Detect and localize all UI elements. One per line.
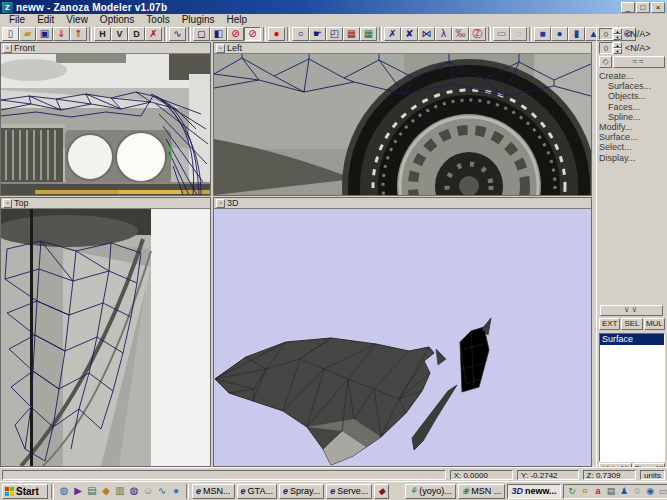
- quick-launch-6[interactable]: ◍: [127, 484, 141, 498]
- taskbar-button-window[interactable]: ◆: [374, 484, 389, 499]
- viewport-front-canvas[interactable]: [1, 54, 210, 195]
- tray-icon-4[interactable]: ▤: [606, 486, 617, 496]
- panel-menu-surface[interactable]: Surface...: [599, 132, 665, 142]
- open-file-icon[interactable]: ▰: [19, 27, 36, 41]
- taskbar-button-yoyo[interactable]: ⚘ (yoyo)...: [405, 484, 456, 499]
- import-icon[interactable]: ⇓: [53, 27, 70, 41]
- panel-menu-surfaces[interactable]: Surfaces...: [599, 81, 665, 91]
- quick-launch-7[interactable]: ☺: [141, 484, 155, 498]
- lasso-icon[interactable]: ∿: [169, 27, 186, 41]
- viewport-menu-button[interactable]: ▫: [3, 199, 12, 208]
- panel-menu-objects[interactable]: Objects...: [599, 91, 665, 101]
- viewport-3d-canvas[interactable]: [214, 209, 591, 466]
- spinner-down-icon[interactable]: ▼: [613, 34, 622, 40]
- taskbar-button-serve[interactable]: e Serve...: [326, 484, 372, 499]
- quick-launch-4[interactable]: ◆: [99, 484, 113, 498]
- primitive-cylinder-icon[interactable]: ▮: [568, 27, 585, 41]
- texture-green-icon[interactable]: ▦: [360, 27, 377, 41]
- select-rect-icon[interactable]: ▭: [493, 27, 510, 41]
- panel-menu-create[interactable]: Create...: [599, 71, 665, 81]
- v-toggle-button[interactable]: V: [111, 27, 128, 41]
- panel-menu-faces[interactable]: Faces...: [599, 102, 665, 112]
- menu-tools[interactable]: Tools: [140, 14, 175, 26]
- quick-launch-2[interactable]: ▶: [71, 484, 85, 498]
- tray-icon-6[interactable]: ☺: [632, 486, 643, 496]
- tray-icon-2[interactable]: ¤: [580, 486, 591, 496]
- tray-icon-1[interactable]: ↻: [567, 486, 578, 496]
- tray-icon-8[interactable]: ▭: [658, 486, 667, 496]
- taskbar-button-gta[interactable]: e GTA...: [237, 484, 277, 499]
- select-circle-icon[interactable]: ◌: [510, 27, 527, 41]
- new-file-icon[interactable]: ▯: [2, 27, 19, 41]
- menu-edit[interactable]: Edit: [31, 14, 60, 26]
- d-toggle-button[interactable]: D: [128, 27, 145, 41]
- menu-file[interactable]: File: [3, 14, 31, 26]
- menu-help[interactable]: Help: [221, 14, 254, 26]
- hide-cube-icon[interactable]: ⊘: [227, 27, 244, 41]
- viewport-menu-button[interactable]: ▫: [216, 199, 225, 208]
- save-file-icon[interactable]: ▣: [36, 27, 53, 41]
- texture-red-icon[interactable]: ▦: [343, 27, 360, 41]
- spinner-down-icon[interactable]: ▼: [613, 48, 622, 54]
- viewport-left-canvas[interactable]: [214, 54, 591, 195]
- restore-button[interactable]: □: [636, 2, 650, 13]
- taskbar-button-msn[interactable]: e MSN...: [192, 484, 235, 499]
- viewport-front[interactable]: ▫ Front: [0, 42, 211, 196]
- hide-cube-active-icon[interactable]: ⊘: [244, 27, 261, 41]
- minimize-button[interactable]: _: [621, 2, 635, 13]
- panel-menu-select[interactable]: Select...: [599, 142, 665, 152]
- tray-icon-3[interactable]: a: [593, 486, 604, 496]
- panel-collapse-top-button[interactable]: ≈≈: [613, 56, 665, 68]
- spinner-value-2[interactable]: 0: [599, 42, 613, 54]
- primitive-cube-icon[interactable]: ■: [534, 27, 551, 41]
- menu-plugins[interactable]: Plugins: [176, 14, 221, 26]
- panel-expand-button[interactable]: ◇: [599, 56, 612, 68]
- pan-tool-icon[interactable]: ☛: [309, 27, 326, 41]
- viewport-top-canvas[interactable]: [1, 209, 210, 466]
- taskbar-button-msn2[interactable]: ❀ MSN ...: [458, 484, 506, 499]
- viewport-top[interactable]: ▫ Top: [0, 197, 211, 467]
- faces-cube-icon[interactable]: ◧: [210, 27, 227, 41]
- tray-icon-7[interactable]: ◉: [645, 486, 656, 496]
- panel-menu-modify[interactable]: Modify...: [599, 122, 665, 132]
- h-toggle-button[interactable]: H: [94, 27, 111, 41]
- close-button[interactable]: ×: [651, 2, 665, 13]
- viewport-left[interactable]: ▫ Left: [213, 42, 592, 196]
- weld-tool-icon[interactable]: ‰: [452, 27, 469, 41]
- quick-launch-5[interactable]: ▥: [113, 484, 127, 498]
- twist-tool-icon[interactable]: ⋈: [418, 27, 435, 41]
- app-icon[interactable]: Z: [2, 2, 13, 13]
- export-icon[interactable]: ⇑: [70, 27, 87, 41]
- primitive-sphere-icon[interactable]: ●: [551, 27, 568, 41]
- render-sphere-icon[interactable]: ●: [268, 27, 285, 41]
- quick-launch-1[interactable]: ◍: [57, 484, 71, 498]
- ext-mode-button[interactable]: EXT: [599, 318, 620, 330]
- taper-tool-icon[interactable]: ✘: [401, 27, 418, 41]
- taskbar-button-spray[interactable]: e Spray...: [279, 484, 324, 499]
- zoom-tool-icon[interactable]: ○: [292, 27, 309, 41]
- wireframe-cube-icon[interactable]: ◻: [193, 27, 210, 41]
- menu-options[interactable]: Options: [94, 14, 140, 26]
- sel-mode-button[interactable]: SEL: [621, 318, 642, 330]
- title-bar[interactable]: Z neww - Zanoza Modeler v1.07b _ □ ×: [0, 0, 667, 14]
- viewport-menu-button[interactable]: ▫: [216, 44, 225, 53]
- delete-axis-icon[interactable]: ✗: [145, 27, 162, 41]
- mul-mode-button[interactable]: MUL: [644, 318, 665, 330]
- bend-tool-icon[interactable]: ✗: [384, 27, 401, 41]
- quick-launch-8[interactable]: ∿: [155, 484, 169, 498]
- panel-menu-spline[interactable]: Spline...: [599, 112, 665, 122]
- panel-menu-display[interactable]: Display...: [599, 153, 665, 163]
- surface-list-selected-item[interactable]: Surface: [600, 334, 664, 345]
- start-button[interactable]: Start: [2, 484, 48, 499]
- quick-launch-3[interactable]: ▤: [85, 484, 99, 498]
- menu-view[interactable]: View: [60, 14, 94, 26]
- viewport-3d[interactable]: ▫ 3D: [213, 197, 592, 467]
- viewport-menu-button[interactable]: ▫: [3, 44, 12, 53]
- panel-collapse-bottom-button[interactable]: ∨∨: [600, 305, 663, 316]
- skew-tool-icon[interactable]: λ: [435, 27, 452, 41]
- quick-launch-9[interactable]: ●: [169, 484, 183, 498]
- surface-list[interactable]: Surface: [599, 333, 665, 462]
- z-tool-icon[interactable]: Ⓩ: [469, 27, 486, 41]
- spinner-value-1[interactable]: 0: [599, 28, 613, 40]
- tray-icon-5[interactable]: ♟: [619, 486, 630, 496]
